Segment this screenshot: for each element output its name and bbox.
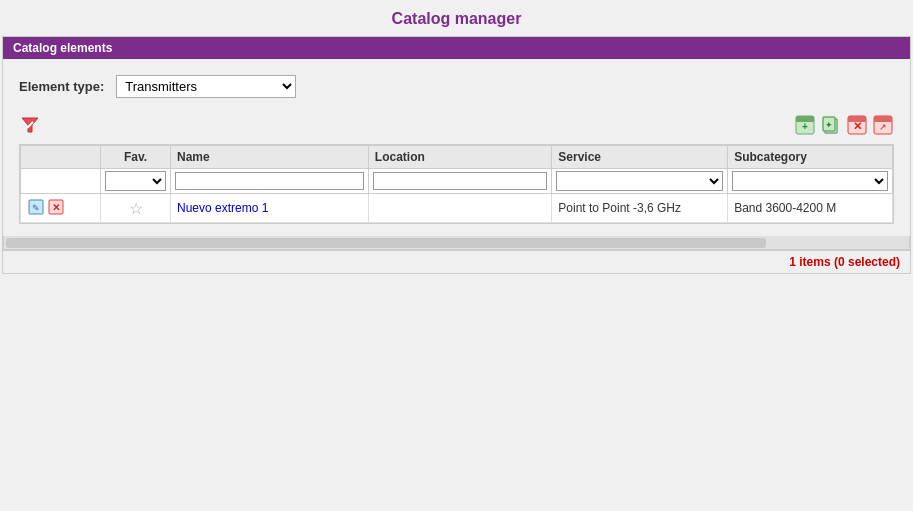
copy-element-icon: ✦ (821, 115, 841, 135)
svg-text:↗: ↗ (879, 122, 887, 132)
toolbar-row: + ✦ (19, 114, 894, 136)
column-filters-row: ★ ☆ (21, 169, 893, 194)
row-actions-cell: ✎ ✕ (21, 194, 101, 223)
status-bar: 1 items (0 selected) (3, 250, 910, 273)
service-filter-select[interactable] (556, 171, 723, 191)
toolbar-left (19, 114, 41, 136)
col-header-subcategory: Subcategory (728, 146, 893, 169)
col-header-service: Service (552, 146, 728, 169)
clear-filter-button[interactable] (19, 114, 41, 136)
filter-actions (21, 169, 101, 194)
table-body: ✎ ✕ (21, 194, 893, 223)
clear-filter-icon (20, 115, 40, 135)
edit-row-button[interactable]: ✎ (27, 198, 45, 216)
main-container: Catalog elements Element type: Transmitt… (2, 36, 911, 274)
fav-filter-select[interactable]: ★ ☆ (105, 171, 166, 191)
element-type-label: Element type: (19, 79, 104, 94)
filter-fav: ★ ☆ (101, 169, 171, 194)
data-table: Fav. Name Location Service Subcategory (20, 145, 893, 223)
name-filter-input[interactable] (175, 172, 364, 190)
element-type-row: Element type: Transmitters Receivers Ant… (19, 75, 894, 98)
section-header: Catalog elements (3, 37, 910, 59)
filter-location (368, 169, 552, 194)
fav-star[interactable]: ☆ (107, 199, 164, 218)
horizontal-scrollbar[interactable] (3, 236, 910, 250)
row-subcategory-cell: Band 3600-4200 M (728, 194, 893, 223)
delete-row-icon: ✕ (48, 199, 64, 215)
content-area: Element type: Transmitters Receivers Ant… (3, 59, 910, 236)
delete-element-icon: ✕ (847, 115, 867, 135)
delete-row-button[interactable]: ✕ (47, 198, 65, 216)
delete-element-button[interactable]: ✕ (846, 114, 868, 136)
table-row: ✎ ✕ (21, 194, 893, 223)
svg-text:✎: ✎ (32, 203, 40, 213)
col-header-name: Name (171, 146, 369, 169)
element-type-select[interactable]: Transmitters Receivers Antennas Links (116, 75, 296, 98)
row-location-cell (368, 194, 552, 223)
svg-text:+: + (802, 121, 808, 132)
col-header-location: Location (368, 146, 552, 169)
svg-text:✕: ✕ (52, 202, 60, 213)
row-name-link[interactable]: Nuevo extremo 1 (177, 201, 268, 215)
row-name-cell: Nuevo extremo 1 (171, 194, 369, 223)
column-headers-row: Fav. Name Location Service Subcategory (21, 146, 893, 169)
filter-service (552, 169, 728, 194)
location-filter-input[interactable] (373, 172, 548, 190)
copy-element-button[interactable]: ✦ (820, 114, 842, 136)
col-header-actions (21, 146, 101, 169)
toolbar-right: + ✦ (794, 114, 894, 136)
export-button[interactable]: ↗ (872, 114, 894, 136)
filter-subcategory (728, 169, 893, 194)
row-service-cell: Point to Point -3,6 GHz (552, 194, 728, 223)
page-title: Catalog manager (0, 0, 913, 36)
page-container: Catalog manager Catalog elements Element… (0, 0, 913, 274)
add-element-icon: + (795, 115, 815, 135)
data-table-wrapper: Fav. Name Location Service Subcategory (19, 144, 894, 224)
subcategory-filter-select[interactable] (732, 171, 888, 191)
filter-name (171, 169, 369, 194)
col-header-fav: Fav. (101, 146, 171, 169)
edit-row-icon: ✎ (28, 199, 44, 215)
export-icon: ↗ (873, 115, 893, 135)
row-fav-cell: ☆ (101, 194, 171, 223)
svg-text:✕: ✕ (853, 120, 862, 132)
svg-text:✦: ✦ (825, 120, 833, 130)
add-element-button[interactable]: + (794, 114, 816, 136)
